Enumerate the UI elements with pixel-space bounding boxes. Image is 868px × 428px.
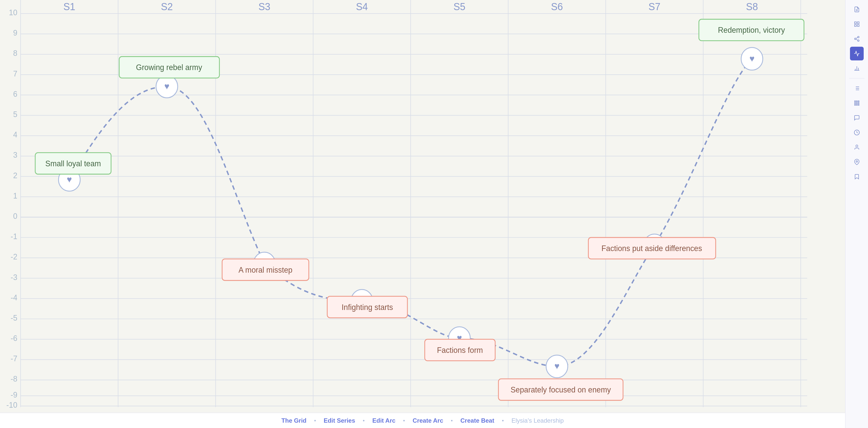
svg-point-124 [856,161,858,162]
chart-line-icon-btn[interactable] [850,47,864,60]
svg-rect-113 [855,101,856,102]
nav-edit-series[interactable]: Edit Series [316,417,363,424]
svg-text:S5: S5 [454,1,465,12]
svg-text:Infighting starts: Infighting starts [342,303,393,312]
svg-text:S8: S8 [746,1,758,12]
document-icon-btn[interactable] [850,3,864,16]
nav-create-arc[interactable]: Create Arc [405,417,451,424]
svg-text:1: 1 [13,191,18,200]
svg-text:-4: -4 [11,293,18,302]
svg-text:8: 8 [13,49,18,58]
nav-sep-1: • [314,417,316,424]
svg-text:-6: -6 [11,334,18,343]
svg-rect-119 [855,104,856,105]
chart-wrapper: S1 S2 S3 S4 S5 S6 S7 S8 10 9 [0,0,845,413]
bookmark-icon-btn[interactable] [850,170,864,184]
svg-text:Redemption, victory: Redemption, victory [718,26,785,35]
svg-text:S4: S4 [356,1,368,12]
nav-sep-4: • [451,417,453,424]
svg-text:5: 5 [13,110,18,119]
svg-text:♥: ♥ [164,81,169,91]
svg-text:Small loyal team: Small loyal team [45,159,101,168]
grid-view-icon-btn[interactable] [850,17,864,31]
right-sidebar [845,0,868,428]
chart-svg: S1 S2 S3 S4 S5 S6 S7 S8 10 9 [0,0,845,413]
svg-text:-8: -8 [11,374,18,383]
svg-text:-9: -9 [11,390,18,399]
svg-rect-96 [855,25,856,26]
svg-text:♥: ♥ [554,361,559,371]
share-icon-btn[interactable] [850,32,864,46]
nav-sep-3: • [403,417,405,424]
chart-bar-icon-btn[interactable] [850,61,864,75]
svg-text:♥: ♥ [67,174,72,185]
svg-text:0: 0 [13,211,18,220]
svg-text:-3: -3 [11,273,18,281]
svg-text:9: 9 [13,28,18,37]
nav-sep-2: • [363,417,365,424]
svg-text:Growing rebel army: Growing rebel army [136,63,202,72]
svg-text:S1: S1 [63,1,75,12]
svg-text:2: 2 [13,171,18,180]
svg-text:S2: S2 [161,1,173,12]
svg-text:4: 4 [13,130,18,139]
svg-line-101 [856,39,858,40]
svg-rect-94 [855,22,856,24]
svg-rect-118 [858,102,859,103]
bottom-nav: The Grid • Edit Series • Edit Arc • Crea… [0,413,845,428]
svg-text:S3: S3 [258,1,270,12]
svg-text:♥: ♥ [749,53,754,63]
svg-text:S6: S6 [551,1,563,12]
svg-text:-1: -1 [11,232,18,241]
svg-rect-116 [855,102,856,103]
svg-text:7: 7 [13,69,18,78]
svg-point-98 [858,36,859,38]
svg-text:S7: S7 [648,1,660,12]
list-icon-btn[interactable] [850,82,864,95]
svg-text:6: 6 [13,89,18,98]
sidebar-divider-1 [849,78,864,79]
svg-text:-7: -7 [11,354,18,363]
main-area: S1 S2 S3 S4 S5 S6 S7 S8 10 9 [0,0,845,428]
user-icon-btn[interactable] [850,141,864,154]
svg-text:3: 3 [13,151,18,159]
svg-rect-114 [856,101,857,102]
apps-icon-btn[interactable] [850,96,864,110]
svg-text:-2: -2 [11,252,18,261]
svg-rect-95 [857,22,859,24]
svg-rect-121 [858,104,859,105]
svg-text:Factions form: Factions form [437,345,483,355]
svg-point-123 [856,145,858,147]
svg-text:10: 10 [9,8,17,17]
svg-rect-117 [856,102,857,103]
nav-sep-5: • [502,417,504,424]
location-icon-btn[interactable] [850,155,864,169]
svg-point-99 [855,38,856,40]
svg-line-102 [856,37,858,38]
svg-text:Factions put aside differences: Factions put aside differences [601,244,702,253]
svg-point-100 [858,40,859,41]
svg-text:-5: -5 [11,313,18,322]
svg-text:A moral misstep: A moral misstep [239,265,292,274]
svg-text:Separately focused on enemy: Separately focused on enemy [510,385,611,394]
svg-text:-10: -10 [6,400,17,409]
svg-rect-115 [858,101,859,102]
nav-create-beat[interactable]: Create Beat [453,417,502,424]
nav-edit-arc[interactable]: Edit Arc [365,417,403,424]
comment-icon-btn[interactable] [850,111,864,125]
nav-elysias-leadership[interactable]: Elysia's Leadership [504,417,571,424]
nav-the-grid[interactable]: The Grid [274,417,314,424]
svg-rect-120 [856,104,857,105]
clock-icon-btn[interactable] [850,126,864,140]
app-container: S1 S2 S3 S4 S5 S6 S7 S8 10 9 [0,0,868,428]
svg-rect-97 [857,25,859,26]
